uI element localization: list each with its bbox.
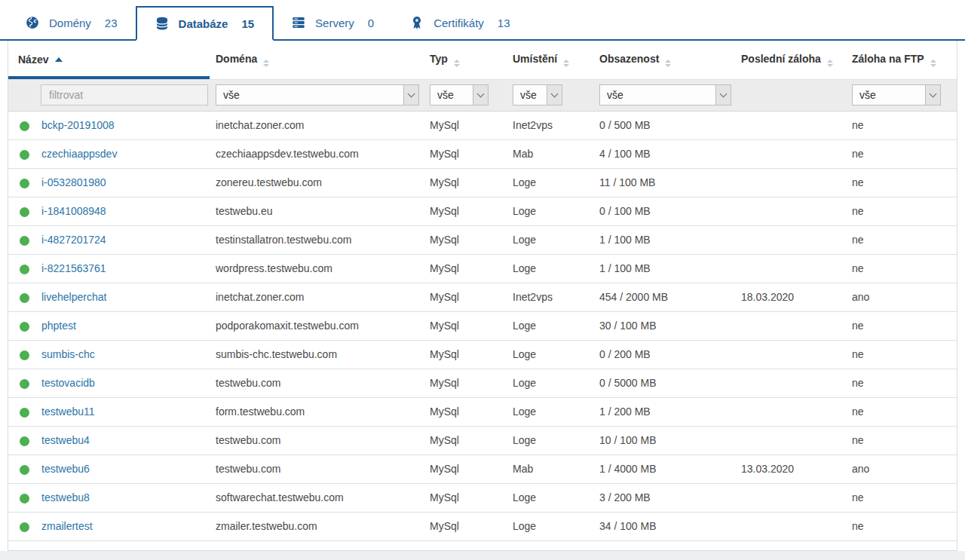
last-backup-cell xyxy=(735,139,846,168)
usage-cell: 0 / 500 MB xyxy=(593,111,735,139)
location-cell: Loge xyxy=(507,512,593,540)
status-cell xyxy=(8,512,35,540)
ftp-backup-cell: ano xyxy=(846,454,957,483)
last-backup-cell xyxy=(735,111,846,139)
name-cell: i-1841008948 xyxy=(35,197,210,225)
type-cell: MySql xyxy=(424,197,507,225)
location-cell: Loge xyxy=(507,225,593,254)
database-name-link[interactable]: bckp-20191008 xyxy=(41,119,115,131)
name-filter-input[interactable] xyxy=(41,84,208,106)
column-header-obsazenost[interactable]: Obsazenost xyxy=(593,41,735,79)
status-online-dot xyxy=(20,436,29,446)
globe-icon xyxy=(26,16,39,29)
database-name-link[interactable]: czechiaappsdev xyxy=(41,148,117,160)
select-value: vše xyxy=(430,85,473,105)
type-cell: MySql xyxy=(424,225,507,254)
table-row: i-8221563761 wordpress.testwebu.com MySq… xyxy=(8,254,957,283)
type-cell: MySql xyxy=(424,426,507,454)
name-cell: bckp-20191008 xyxy=(35,111,210,139)
status-online-dot xyxy=(20,293,29,303)
database-name-link[interactable]: zmailertest xyxy=(41,520,93,532)
column-header-posledni-zaloha[interactable]: Poslední záloha xyxy=(735,41,846,79)
location-cell: Inet2vps xyxy=(507,111,593,139)
status-cell xyxy=(8,111,35,139)
database-table-container: Název Doména Typ Umístění Obsazenost xyxy=(8,41,957,551)
type-cell: MySql xyxy=(424,397,507,426)
status-cell xyxy=(8,168,35,197)
location-cell: Loge xyxy=(507,426,593,454)
type-cell: MySql xyxy=(424,254,507,283)
status-online-dot xyxy=(20,465,29,475)
database-name-link[interactable]: testovacidb xyxy=(41,377,95,389)
name-cell: testwebu8 xyxy=(35,483,210,512)
column-header-zaloha-na-ftp[interactable]: Záloha na FTP xyxy=(846,41,957,79)
database-name-link[interactable]: livehelperchat xyxy=(41,291,106,303)
database-name-link[interactable]: phptest xyxy=(41,320,76,332)
sort-ascending-icon xyxy=(55,57,63,62)
tab-servers[interactable]: Servery 0 xyxy=(274,6,392,39)
name-cell: sumbis-chc xyxy=(35,340,210,369)
type-filter-select[interactable]: vše xyxy=(430,84,489,106)
tab-domains[interactable]: Domény 23 xyxy=(8,6,136,39)
column-header-nazev[interactable]: Název xyxy=(8,41,210,79)
tab-databases[interactable]: Databáze 15 xyxy=(136,6,274,41)
table-row: i-1841008948 testwebu.eu MySql Loge 0 / … xyxy=(8,197,957,225)
filter-row: vše vše vše xyxy=(8,79,957,111)
status-online-dot xyxy=(20,150,29,160)
domain-cell: testwebu.com xyxy=(210,454,424,483)
database-name-link[interactable]: testwebu6 xyxy=(41,463,90,475)
ftp-backup-cell: ne xyxy=(846,254,957,283)
usage-cell: 0 / 5000 MB xyxy=(593,369,735,397)
last-backup-cell xyxy=(735,197,846,225)
tab-certificates[interactable]: Certifikáty 13 xyxy=(392,6,528,39)
last-backup-cell xyxy=(735,168,846,197)
location-filter-select[interactable]: vše xyxy=(513,84,562,106)
database-name-link[interactable]: testwebu11 xyxy=(41,405,95,418)
status-online-dot xyxy=(20,379,29,389)
status-cell xyxy=(8,454,35,483)
usage-cell: 34 / 100 MB xyxy=(593,512,735,540)
database-name-link[interactable]: i-0532801980 xyxy=(41,176,106,188)
usage-filter-select[interactable]: vše xyxy=(599,84,731,106)
database-name-link[interactable]: sumbis-chc xyxy=(41,348,95,360)
chevron-down-icon xyxy=(715,85,731,105)
last-backup-cell: 18.03.2020 xyxy=(735,283,846,311)
last-backup-cell xyxy=(735,426,846,454)
database-name-link[interactable]: testwebu8 xyxy=(41,491,90,503)
domain-cell: sumbis-chc.testwebu.com xyxy=(210,340,424,369)
table-row: testovacidb testwebu.com MySql Loge 0 / … xyxy=(8,369,957,397)
column-header-domena[interactable]: Doména xyxy=(210,41,424,79)
select-value: vše xyxy=(216,85,403,105)
name-cell: czechiaappsdev xyxy=(35,139,210,168)
name-cell: testwebu6 xyxy=(35,454,210,483)
column-header-typ[interactable]: Typ xyxy=(424,41,507,79)
last-backup-cell xyxy=(735,340,846,369)
last-backup-cell xyxy=(735,254,846,283)
status-cell xyxy=(8,426,35,454)
column-label: Název xyxy=(18,54,48,66)
usage-cell: 1 / 100 MB xyxy=(593,254,735,283)
type-cell: MySql xyxy=(424,369,507,397)
domain-filter-select[interactable]: vše xyxy=(216,84,419,106)
sort-icon xyxy=(665,60,671,67)
status-cell xyxy=(8,254,35,283)
database-name-link[interactable]: i-4827201724 xyxy=(41,234,106,246)
table-row: bckp-20191008 inetchat.zoner.com MySql I… xyxy=(8,111,957,139)
type-cell: MySql xyxy=(424,139,507,168)
location-cell: Loge xyxy=(507,254,593,283)
table-row: zmailertest zmailer.testwebu.com MySql L… xyxy=(8,512,957,540)
last-backup-filter-empty xyxy=(735,79,846,111)
chevron-down-icon xyxy=(473,85,488,105)
usage-cell: 0 / 200 MB xyxy=(593,340,735,369)
table-row: testwebu8 softwarechat.testwebu.com MySq… xyxy=(8,483,957,512)
last-backup-cell: 13.03.2020 xyxy=(735,454,846,483)
database-name-link[interactable]: i-1841008948 xyxy=(41,205,106,217)
domain-cell: testwebu.com xyxy=(210,426,424,454)
ftp-backup-filter-select[interactable]: vše xyxy=(852,84,941,106)
column-header-umisteni[interactable]: Umístění xyxy=(507,41,593,79)
database-name-link[interactable]: testwebu4 xyxy=(41,434,90,446)
ftp-backup-cell: ne xyxy=(846,311,957,340)
location-cell: Mab xyxy=(507,139,593,168)
database-name-link[interactable]: i-8221563761 xyxy=(41,262,106,274)
status-cell xyxy=(8,369,35,397)
